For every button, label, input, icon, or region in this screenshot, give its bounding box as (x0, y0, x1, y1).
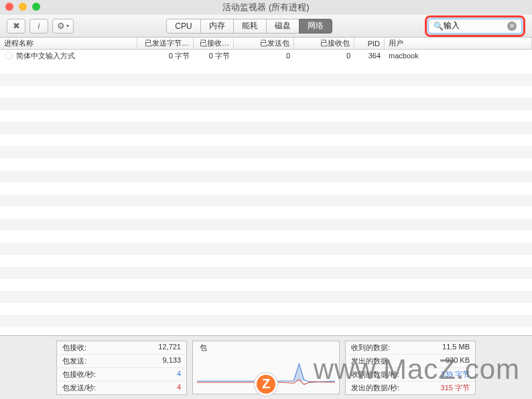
cell-sent-bytes: 0 字节 (137, 50, 194, 62)
cell-recv-bytes: 0 字节 (194, 50, 234, 62)
stat-row: 收到的数据/秒:339 字节 (346, 368, 475, 382)
search-highlight: 🔍 ✕ (425, 15, 525, 37)
col-pid[interactable]: PID (354, 38, 385, 49)
stat-row: 收到的数据:11.5 MB (346, 341, 475, 355)
info-icon: i (38, 21, 40, 31)
traffic-lights (5, 3, 40, 11)
titlebar: 活动监视器 (所有进程) (0, 0, 532, 15)
col-user[interactable]: 用户 (385, 38, 532, 49)
clear-search-icon[interactable]: ✕ (507, 21, 517, 31)
gear-icon: ⚙ (57, 21, 65, 31)
toolbar: ✖ i ⚙▾ CPU 内存 能耗 磁盘 网络 🔍 ✕ (0, 15, 532, 38)
cell-name: 简体中文输入方式 (0, 50, 137, 62)
stat-row: 包接收:12,721 (57, 341, 186, 355)
gear-menu-button[interactable]: ⚙▾ (52, 19, 74, 34)
chevron-down-icon: ▾ (66, 23, 69, 29)
stats-right-panel: 收到的数据:11.5 MB 发出的数据:930 KB 收到的数据/秒:339 字… (345, 341, 476, 395)
stat-row: 包接收/秒:4 (57, 368, 186, 382)
stats-left-panel: 包接收:12,721 包发送:9,133 包接收/秒:4 包发送/秒:4 (56, 341, 187, 395)
stop-process-button[interactable]: ✖ (7, 19, 25, 34)
cell-sent-pkts: 0 (234, 50, 294, 62)
svg-point-0 (5, 52, 13, 60)
tab-disk[interactable]: 磁盘 (266, 19, 300, 34)
cell-pid: 364 (354, 50, 385, 62)
tab-energy[interactable]: 能耗 (233, 19, 267, 34)
info-button[interactable]: i (29, 19, 48, 34)
stat-row: 发出的数据:930 KB (346, 355, 475, 368)
stop-icon: ✖ (13, 21, 20, 31)
maximize-icon[interactable] (32, 3, 40, 11)
cell-user: macbook (385, 50, 532, 62)
col-name[interactable]: 进程名称 (0, 38, 137, 49)
process-icon (4, 51, 13, 60)
stat-row: 包发送/秒:4 (57, 382, 186, 394)
process-table: 简体中文输入方式 0 字节 0 字节 0 0 364 macbook (0, 50, 532, 335)
col-recv-pkts[interactable]: 已接收包 (294, 38, 354, 49)
empty-stripes (0, 62, 532, 335)
col-recv-bytes[interactable]: 已接收… (194, 38, 234, 49)
footer-stats: 包接收:12,721 包发送:9,133 包接收/秒:4 包发送/秒:4 包 Z… (0, 335, 532, 399)
close-icon[interactable] (5, 3, 13, 11)
tab-network[interactable]: 网络 (299, 19, 332, 34)
stats-chart-panel: 包 Z (192, 341, 340, 394)
window-title: 活动监视器 (所有进程) (222, 1, 309, 13)
col-sent-pkts[interactable]: 已发送包 (234, 38, 294, 49)
tab-cpu[interactable]: CPU (166, 19, 200, 34)
column-headers: 进程名称 已发送字节… 已接收… 已发送包 已接收包 PID 用户 (0, 38, 532, 50)
activity-monitor-window: 活动监视器 (所有进程) ✖ i ⚙▾ CPU 内存 能耗 磁盘 网络 🔍 ✕ … (0, 0, 532, 399)
tab-memory[interactable]: 内存 (200, 19, 234, 34)
cell-recv-pkts: 0 (294, 50, 354, 62)
chart-label: 包 (200, 343, 207, 353)
view-tabs: CPU 内存 能耗 磁盘 网络 (166, 19, 332, 34)
table-row[interactable]: 简体中文输入方式 0 字节 0 字节 0 0 364 macbook (0, 50, 532, 62)
stat-row: 发出的数据/秒:315 字节 (346, 382, 475, 394)
minimize-icon[interactable] (19, 3, 27, 11)
watermark-badge: Z (255, 373, 277, 396)
col-sent-bytes[interactable]: 已发送字节… (137, 38, 194, 49)
stat-row: 包发送:9,133 (57, 355, 186, 368)
